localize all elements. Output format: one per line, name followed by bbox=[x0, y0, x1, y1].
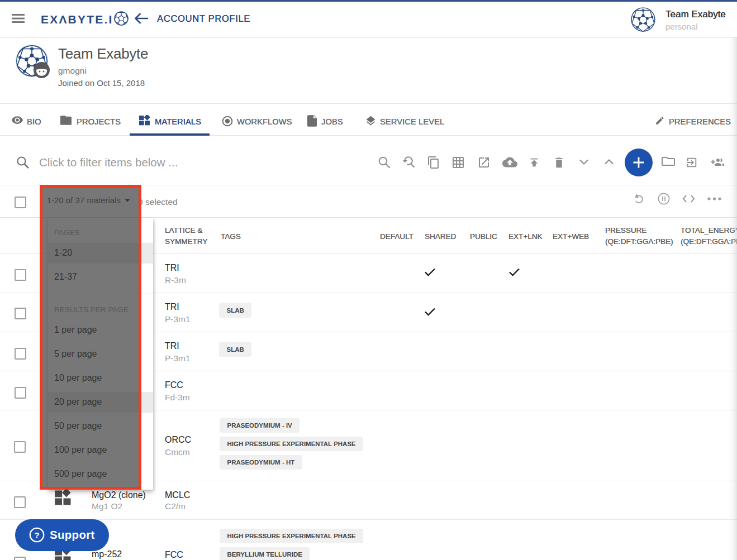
svg-text:?: ? bbox=[34, 530, 39, 540]
